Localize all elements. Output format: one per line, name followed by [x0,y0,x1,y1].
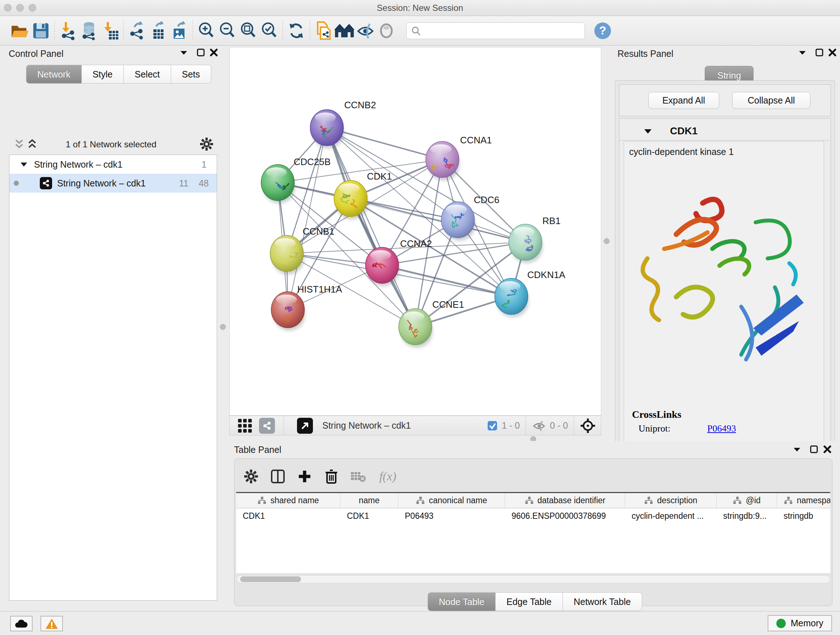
column-header-database-identifier[interactable]: database identifier [505,493,625,508]
show-columns-button[interactable] [268,467,287,486]
fit-content-crosshair-icon[interactable] [580,418,596,434]
clone-network-button[interactable] [313,20,334,41]
hide-selected-button[interactable] [355,20,376,41]
node-CDKN1A[interactable] [495,279,529,318]
table-cell[interactable]: stringdb:9... [717,508,777,524]
node-CDK1[interactable] [334,180,368,219]
table-row[interactable]: CDK1CDK1P064939606.ENSP00000378699cyclin… [236,508,830,524]
column-header-name[interactable]: name [340,493,398,508]
crosslink-link[interactable]: P06493 [707,423,736,434]
float-panel-icon[interactable] [196,48,205,57]
protein-section-header[interactable]: CDK1 [619,122,831,141]
table-settings-button[interactable] [242,467,261,486]
node-label-CCNE1: CCNE1 [432,299,464,310]
section-expander-icon[interactable] [643,127,653,135]
tab-select[interactable]: Select [124,65,171,84]
app-window: Session: New Session [0,0,840,635]
show-all-button[interactable] [376,20,397,41]
zoom-out-button[interactable] [217,20,238,41]
show-all-eye-icon [378,22,395,39]
table-type-tabs: Node TableEdge TableNetwork Table [428,592,642,611]
tab-node-table[interactable]: Node Table [428,592,496,611]
zoom-in-button[interactable] [196,20,217,41]
export-table-button[interactable] [148,20,169,41]
left-splitter-handle[interactable] [220,324,226,330]
delete-table-button [349,467,368,486]
node-CDC25B[interactable] [261,165,295,203]
table-cell[interactable]: CDK1 [236,508,340,524]
network-row[interactable]: String Network – cdk1 11 48 [9,174,217,193]
node-label-CCNB1: CCNB1 [303,226,335,236]
export-image-button[interactable] [169,20,189,41]
node-CCNA2[interactable] [365,247,399,287]
search-input[interactable] [406,22,585,39]
import-network-database-button[interactable] [79,20,99,41]
column-header-namespac[interactable]: namespac [777,493,830,508]
tab-style[interactable]: Style [82,65,124,84]
zoom-fit-button[interactable] [238,20,259,41]
table-horizontal-scrollbar[interactable] [236,575,830,583]
node-CCNB2[interactable] [310,110,344,149]
table-cell[interactable]: CDK1 [340,508,398,524]
collapse-all-button[interactable]: Collapse All [732,92,810,109]
save-session-button[interactable] [30,20,51,41]
column-header-shared-name[interactable]: shared name [236,493,340,508]
zoom-selected-button[interactable] [259,20,279,41]
open-file-button[interactable] [9,20,30,41]
node-CDC6[interactable] [441,202,475,241]
string-panel-toggle-icon[interactable] [259,418,275,434]
fx-icon: f(x) [379,470,396,483]
close-panel-icon[interactable] [823,445,832,454]
import-table-file-button[interactable] [99,20,120,41]
right-splitter-handle[interactable] [604,238,609,244]
column-header-@id[interactable]: @id [717,493,777,508]
edge-CDK1-RB1[interactable] [351,198,525,242]
edge-CCNA2-CDKN1A[interactable] [382,265,511,296]
close-panel-icon[interactable] [209,48,218,57]
collection-expander-icon[interactable] [19,161,28,168]
table-cell[interactable]: stringdb [777,508,830,524]
float-panel-icon[interactable] [815,48,824,57]
panel-menu-icon[interactable] [798,48,807,57]
refresh-button[interactable] [286,20,307,41]
tab-network[interactable]: Network [26,65,82,84]
panel-menu-icon[interactable] [179,48,188,57]
delete-column-button[interactable] [322,467,341,486]
scrollbar-thumb[interactable] [240,576,301,582]
tab-network-table[interactable]: Network Table [563,592,642,611]
edge-CCNB2-CCNE1[interactable] [327,128,415,327]
node-CCNA1[interactable] [426,141,460,180]
close-panel-icon[interactable] [828,48,837,57]
warnings-button[interactable] [41,616,63,631]
edge-CCNB2-HIST1H1A[interactable] [288,128,327,310]
import-network-file-button[interactable] [57,20,79,41]
add-column-button[interactable] [295,467,314,486]
column-header-canonical-name[interactable]: canonical name [398,493,505,508]
network-options-gear-icon[interactable] [200,137,213,151]
birds-eye-grid-icon[interactable] [237,417,253,434]
export-network-button[interactable] [126,20,148,41]
column-header-description[interactable]: description [625,493,717,508]
node-HIST1H1A[interactable] [271,292,305,331]
new-window-icon[interactable] [297,418,313,434]
memory-button[interactable]: Memory [767,615,832,631]
zoom-selected-icon [260,21,278,40]
node-RB1[interactable] [508,224,543,263]
tab-sets[interactable]: Sets [171,65,211,84]
panel-menu-icon[interactable] [792,445,802,454]
help-button[interactable]: ? [592,20,613,41]
expand-all-button[interactable]: Expand All [648,92,719,109]
table-cell[interactable]: P06493 [398,508,505,524]
network-canvas-svg[interactable]: CCNB2CCNA1CDC25BCDK1CDC6RB1CCNB1CCNA2CDK… [229,47,601,416]
string-home-button[interactable] [334,20,355,41]
tab-edge-table[interactable]: Edge Table [496,592,563,611]
node-CCNB1[interactable] [270,235,304,274]
node-CCNE1[interactable] [399,309,433,348]
table-cell[interactable]: cyclin-dependent ... [625,508,717,524]
network-collection-row[interactable]: String Network – cdk1 1 [9,155,217,174]
cloud-status-button[interactable] [10,616,33,631]
selected-nodes-checkbox-icon[interactable] [486,420,498,432]
float-panel-icon[interactable] [809,445,819,454]
protein-structure-image [630,176,816,394]
table-cell[interactable]: 9606.ENSP00000378699 [505,508,625,524]
